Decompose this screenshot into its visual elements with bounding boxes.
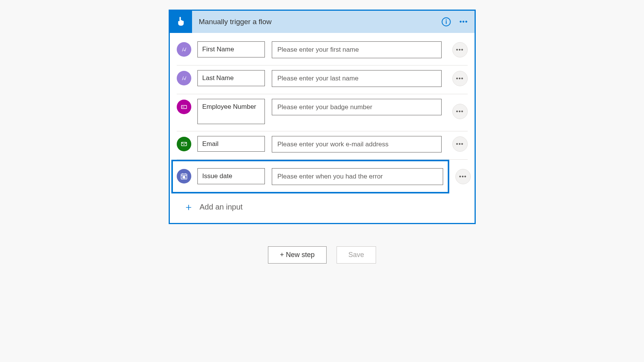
label-field[interactable] [197, 70, 265, 86]
label-field[interactable] [197, 99, 265, 124]
row-menu-button[interactable]: ••• [452, 71, 468, 86]
plus-icon: ＋ [184, 200, 194, 214]
manual-trigger-icon [170, 11, 192, 33]
svg-point-2 [445, 20, 447, 21]
card-title: Manually trigger a flow [199, 18, 441, 26]
trigger-card: Manually trigger a flow ••• ••• [169, 10, 476, 224]
svg-rect-3 [445, 21, 446, 24]
row-menu-button[interactable]: ••• [452, 104, 468, 119]
email-type-icon [177, 137, 191, 151]
description-field[interactable] [272, 136, 442, 153]
ellipsis-icon: ••• [456, 75, 464, 82]
description-field[interactable] [272, 41, 442, 58]
ellipsis-icon: ••• [460, 18, 468, 26]
row-menu-button[interactable]: ••• [452, 42, 468, 57]
save-button[interactable]: Save [337, 246, 376, 264]
label-field[interactable] [197, 136, 265, 152]
date-type-icon: 31 [177, 169, 191, 183]
card-menu-button[interactable]: ••• [458, 16, 470, 28]
label-field[interactable] [197, 41, 265, 57]
description-field[interactable] [272, 70, 442, 87]
add-input-button[interactable]: ＋ Add an input [177, 193, 468, 223]
input-row-email: ••• [177, 131, 468, 160]
row-menu-button[interactable]: ••• [452, 136, 468, 152]
text-type-icon [177, 71, 191, 85]
svg-point-0 [179, 17, 181, 18]
ellipsis-icon: ••• [456, 108, 464, 115]
card-body: ••• ••• ••• [170, 33, 475, 223]
ellipsis-icon: ••• [459, 173, 467, 180]
number-type-icon [177, 100, 191, 114]
svg-text:31: 31 [182, 176, 186, 179]
description-field[interactable] [272, 168, 443, 185]
label-field[interactable] [197, 168, 265, 184]
description-field[interactable] [272, 99, 442, 116]
ellipsis-icon: ••• [456, 46, 464, 53]
input-row-last-name: ••• [177, 66, 468, 94]
text-type-icon [177, 42, 191, 57]
input-row-employee-number: ••• [177, 94, 468, 131]
info-button[interactable] [441, 16, 452, 27]
info-icon [441, 17, 451, 27]
new-step-button[interactable]: + New step [268, 246, 327, 264]
add-input-label: Add an input [200, 203, 243, 211]
row-menu-button[interactable]: ••• [455, 169, 471, 184]
card-header[interactable]: Manually trigger a flow ••• [170, 11, 475, 33]
input-row-issue-date: 31 ••• [171, 160, 449, 193]
input-row-first-name: ••• [177, 37, 468, 66]
ellipsis-icon: ••• [456, 141, 464, 147]
footer-buttons: + New step Save [268, 246, 376, 264]
